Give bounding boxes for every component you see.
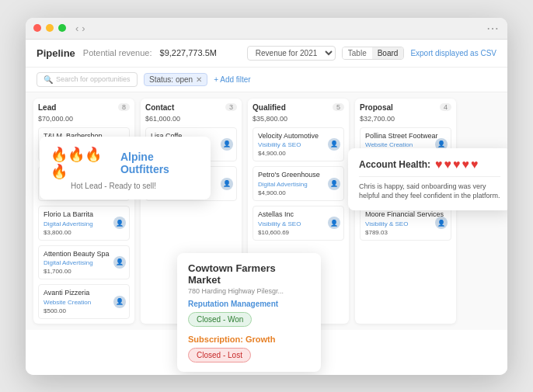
deal-name: Attention Beauty Spa	[44, 250, 124, 259]
cowtown-popup: Cowtown Farmers Market 780 Harding Highw…	[177, 253, 321, 372]
search-icon: 🔍	[44, 75, 53, 84]
col-count-contact: 3	[225, 103, 237, 111]
closed-lost-badge: Closed - Lost	[188, 348, 251, 363]
column-lead: Lead 8 $70,000.00 T&I M. Barbershop Visi…	[33, 99, 134, 324]
deal-tag: Digital Advertising	[44, 259, 124, 266]
deal-card[interactable]: Moore Financial Services Visibility & SE…	[360, 206, 451, 241]
deal-card[interactable]: Astellas Inc Visibility & SEO $10,600.69…	[253, 206, 344, 241]
col-amount-proposal: $32,700.00	[360, 115, 451, 123]
search-placeholder: Search for opportunities	[56, 75, 131, 83]
avatar: 👤	[328, 138, 340, 151]
deal-card[interactable]: Velocity Automotive Visibility & SEO $4,…	[253, 127, 344, 162]
filter-bar: 🔍 Search for opportunities Status: open …	[26, 68, 507, 92]
avatar: 👤	[328, 178, 340, 190]
avatar: 👤	[221, 178, 233, 190]
top-bar-right: Revenue for 2021 Table Board Export disp…	[247, 46, 496, 61]
deal-tag: Digital Advertising	[44, 220, 124, 227]
col-count-proposal: 4	[440, 103, 451, 111]
pipeline-label: Pipeline	[37, 47, 75, 59]
deal-amount: $4,900.00	[258, 150, 339, 157]
col-header-proposal: Proposal 4	[360, 103, 451, 112]
browser-titlebar: ‹ › ⋯	[26, 18, 507, 40]
cowtown-sub-title: Subscription: Growth	[188, 335, 310, 344]
top-bar: Pipeline Potential revenue: $9,227,773.5…	[26, 40, 507, 68]
health-header: Account Health: ♥ ♥ ♥ ♥ ♥	[359, 158, 500, 172]
health-popup: Account Health: ♥ ♥ ♥ ♥ ♥ Chris is happy…	[348, 148, 507, 210]
deal-card[interactable]: Florio La Barrita Digital Advertising $3…	[38, 206, 130, 241]
col-amount-lead: $70,000.00	[38, 115, 130, 123]
deal-name: Moore Financial Services	[365, 210, 446, 220]
deal-amount: $10,600.69	[258, 229, 339, 236]
heart-1: ♥	[435, 158, 443, 172]
deal-tag: Visibility & SEO	[365, 220, 446, 227]
browser-nav: ‹ ›	[75, 23, 85, 34]
heart-5: ♥	[471, 158, 479, 172]
table-view-btn[interactable]: Table	[343, 47, 372, 59]
deal-amount: $3,800.00	[44, 229, 124, 236]
health-title: Account Health:	[359, 159, 430, 170]
deal-card[interactable]: Attention Beauty Spa Digital Advertising…	[38, 245, 130, 280]
year-select[interactable]: Revenue for 2021	[247, 46, 336, 61]
deal-tag: Website Creation	[365, 141, 446, 148]
deal-amount: $500.00	[44, 307, 124, 314]
heart-2: ♥	[444, 158, 452, 172]
alpine-subtitle: Hot Lead - Ready to sell!	[71, 182, 200, 190]
browser-window: ‹ › ⋯ Pipeline Potential revenue: $9,227…	[26, 18, 507, 375]
nav-back[interactable]: ‹	[75, 23, 78, 34]
avatar: 👤	[221, 138, 233, 151]
deal-amount: $4,900.00	[258, 189, 339, 196]
avatar: 👤	[328, 217, 340, 229]
deal-name: Velocity Automotive	[258, 132, 339, 141]
avatar: 👤	[113, 296, 126, 308]
col-header-contact: Contact 3	[145, 103, 237, 112]
deal-card[interactable]: Avanti Pizzeria Website Creation $500.00…	[38, 284, 130, 319]
alpine-title: Alpine Outfitters	[120, 151, 200, 175]
alpine-popup: 🔥🔥🔥🔥 Alpine Outfitters Hot Lead - Ready …	[40, 137, 211, 199]
col-title-contact: Contact	[145, 103, 174, 112]
filter-tag-label: Status: open	[149, 75, 193, 84]
column-proposal: Proposal 4 $32,700.00 Pollina Street Foo…	[355, 99, 456, 324]
divider	[359, 176, 500, 177]
deal-name: Petro's Greenhouse	[258, 171, 339, 180]
browser-menu[interactable]: ⋯	[486, 21, 500, 36]
add-filter[interactable]: + Add filter	[214, 75, 251, 84]
cowtown-section: Reputation Management	[188, 300, 310, 308]
tl-yellow[interactable]	[46, 24, 54, 32]
alpine-header: 🔥🔥🔥🔥 Alpine Outfitters	[51, 146, 200, 180]
cowtown-name: Cowtown Farmers Market	[188, 262, 310, 286]
nav-forward[interactable]: ›	[82, 23, 85, 34]
tl-red[interactable]	[33, 24, 41, 32]
board-view-btn[interactable]: Board	[372, 47, 404, 59]
closed-won-badge: Closed - Won	[188, 312, 252, 327]
deal-tag: Website Creation	[44, 299, 124, 306]
cowtown-address: 780 Harding Highway Pilesgr...	[188, 287, 310, 295]
col-title-lead: Lead	[38, 103, 56, 112]
deal-tag: Visibility & SEO	[258, 220, 339, 227]
app-content: Pipeline Potential revenue: $9,227,773.5…	[26, 40, 507, 375]
flame-icon: 🔥🔥🔥🔥	[51, 146, 114, 180]
deal-tag: Digital Advertising	[258, 181, 339, 188]
deal-tag: Visibility & SEO	[258, 141, 339, 148]
filter-tag-close[interactable]: ✕	[196, 75, 202, 84]
deal-name: Avanti Pizzeria	[44, 289, 124, 298]
col-header-qualified: Qualified 5	[253, 103, 344, 112]
heart-3: ♥	[453, 158, 461, 172]
filter-tag[interactable]: Status: open ✕	[144, 73, 207, 86]
revenue-label: Potential revenue:	[83, 48, 152, 57]
health-text: Chris is happy, said onboarding was very…	[359, 182, 500, 201]
revenue-value: $9,227,773.5M	[160, 48, 217, 57]
export-link[interactable]: Export displayed as CSV	[410, 49, 496, 57]
deal-name: Florio La Barrita	[44, 210, 124, 220]
deal-amount: $1,700.00	[44, 268, 124, 275]
deal-card[interactable]: Petro's Greenhouse Digital Advertising $…	[253, 166, 344, 201]
col-amount-contact: $61,000.00	[145, 115, 237, 123]
avatar: 👤	[113, 217, 126, 229]
view-toggle: Table Board	[342, 47, 405, 60]
tl-green[interactable]	[58, 24, 66, 32]
search-box[interactable]: 🔍 Search for opportunities	[37, 72, 138, 87]
col-title-proposal: Proposal	[360, 103, 393, 112]
col-title-qualified: Qualified	[253, 103, 286, 112]
col-amount-qualified: $35,800.00	[253, 115, 344, 123]
deal-name: Astellas Inc	[258, 210, 339, 220]
col-count-qualified: 5	[333, 103, 344, 111]
